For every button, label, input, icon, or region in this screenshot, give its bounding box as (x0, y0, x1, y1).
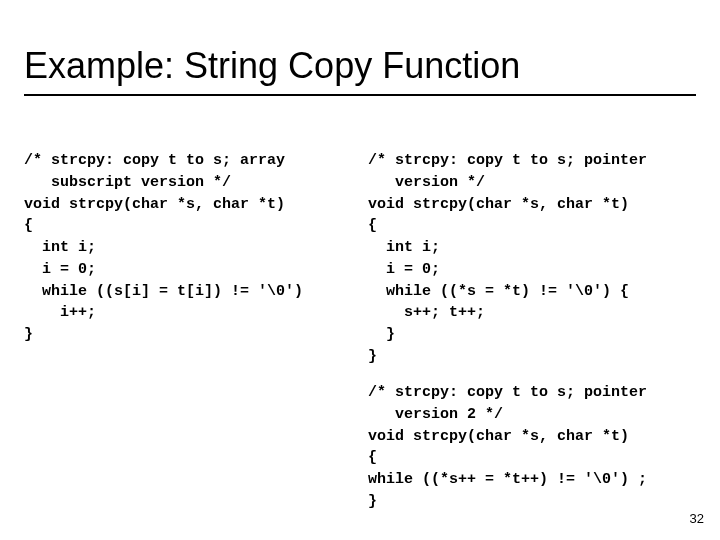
page-number: 32 (690, 511, 704, 526)
code-block-array-subscript: /* strcpy: copy t to s; array subscript … (24, 150, 354, 346)
slide-title: Example: String Copy Function (24, 46, 520, 86)
code-block-pointer-v2: /* strcpy: copy t to s; pointer version … (368, 382, 698, 513)
title-underline (24, 94, 696, 96)
code-block-pointer-v1: /* strcpy: copy t to s; pointer version … (368, 150, 698, 368)
slide: Example: String Copy Function /* strcpy:… (0, 0, 720, 540)
